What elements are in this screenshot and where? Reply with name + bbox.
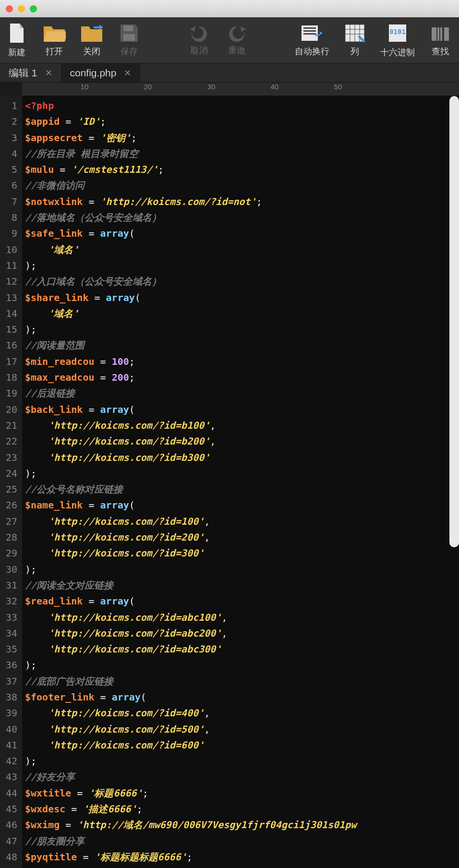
redo-label: 重做 <box>228 45 245 56</box>
line-num: 2 <box>0 114 17 130</box>
close-button[interactable]: 关闭 <box>80 24 104 57</box>
line-num: 9 <box>0 226 17 241</box>
line-num: 4 <box>0 146 17 162</box>
svg-rect-15 <box>437 27 439 41</box>
line-num: 39 <box>0 705 17 721</box>
undo-label: 取消 <box>191 45 208 56</box>
svg-rect-14 <box>432 27 436 41</box>
line-num: 40 <box>0 722 17 737</box>
line-num: 7 <box>0 194 17 210</box>
line-num: 12 <box>0 274 17 289</box>
tab-label: 编辑 1 <box>9 66 37 80</box>
tab-edit1[interactable]: 编辑 1 ✕ <box>0 63 61 82</box>
wrap-label: 自动换行 <box>295 46 329 57</box>
ruler-50: 50 <box>334 83 342 91</box>
line-num: 16 <box>0 338 17 353</box>
ruler-10: 10 <box>81 83 89 91</box>
line-num: 15 <box>0 322 17 338</box>
line-num: 42 <box>0 753 17 769</box>
undo-button: 取消 <box>187 24 211 56</box>
line-gutter: 1 2 3 4 5 6 7 8 9 10 11 12 13 14 15 16 1… <box>0 96 22 868</box>
minimize-window-icon[interactable] <box>18 5 25 12</box>
line-num: 33 <box>0 610 17 626</box>
line-num: 8 <box>0 210 17 226</box>
line-num: 46 <box>0 817 17 833</box>
svg-rect-16 <box>444 27 449 41</box>
line-num: 41 <box>0 737 17 753</box>
open-button[interactable]: 打开 <box>42 24 66 57</box>
close-label: 关闭 <box>83 46 100 57</box>
hex-button[interactable]: 0101 十六进制 <box>380 23 415 58</box>
line-num: 34 <box>0 626 17 641</box>
line-num: 19 <box>0 386 17 401</box>
save-button: 保存 <box>117 24 141 57</box>
tab-bar: 编辑 1 ✕ config.php ✕ <box>0 63 459 83</box>
line-num: 6 <box>0 178 17 193</box>
tab-label: config.php <box>70 67 117 79</box>
line-num: 11 <box>0 258 17 274</box>
line-num: 1 <box>0 98 17 114</box>
new-label: 新建 <box>8 47 25 58</box>
line-num: 37 <box>0 674 17 689</box>
tab-config[interactable]: config.php ✕ <box>61 63 141 82</box>
line-num: 3 <box>0 130 17 146</box>
line-num: 26 <box>0 497 17 513</box>
line-num: 29 <box>0 545 17 561</box>
ruler-20: 20 <box>144 83 152 91</box>
code-area[interactable]: <?php $appid = 'ID'; $appsecret = '密钥'; … <box>22 96 459 868</box>
ruler: 10 20 30 40 50 <box>22 83 459 96</box>
line-num: 45 <box>0 801 17 817</box>
line-num: 17 <box>0 354 17 370</box>
ruler-40: 40 <box>271 83 279 91</box>
line-num: 35 <box>0 641 17 657</box>
svg-rect-4 <box>303 30 316 32</box>
column-label: 列 <box>350 46 359 57</box>
wrap-button[interactable]: 自动换行 <box>295 24 329 57</box>
line-num: 47 <box>0 833 17 849</box>
svg-rect-5 <box>303 33 316 35</box>
vertical-scrollbar[interactable] <box>449 96 459 547</box>
line-num: 23 <box>0 450 17 466</box>
svg-rect-1 <box>123 34 135 41</box>
column-button[interactable]: 列 <box>343 24 367 57</box>
open-label: 打开 <box>46 46 63 57</box>
line-num: 14 <box>0 306 17 322</box>
line-num: 43 <box>0 769 17 785</box>
line-num: 25 <box>0 482 17 497</box>
line-num: 36 <box>0 657 17 673</box>
close-tab-icon[interactable]: ✕ <box>45 68 52 78</box>
line-num: 24 <box>0 466 17 482</box>
line-num: 44 <box>0 785 17 801</box>
svg-text:0101: 0101 <box>389 28 406 36</box>
line-num: 20 <box>0 402 17 418</box>
line-num: 22 <box>0 434 17 449</box>
ruler-30: 30 <box>207 83 216 91</box>
save-label: 保存 <box>121 46 138 57</box>
line-num: 10 <box>0 242 17 258</box>
line-num: 38 <box>0 689 17 705</box>
svg-rect-17 <box>440 27 442 41</box>
line-num: 30 <box>0 562 17 578</box>
close-tab-icon[interactable]: ✕ <box>124 68 131 78</box>
find-label: 查找 <box>432 46 449 57</box>
editor[interactable]: 1 2 3 4 5 6 7 8 9 10 11 12 13 14 15 16 1… <box>0 96 459 868</box>
line-num: 18 <box>0 370 17 386</box>
line-num: 28 <box>0 530 17 545</box>
svg-rect-3 <box>303 27 316 29</box>
line-num: 32 <box>0 593 17 609</box>
line-num: 13 <box>0 290 17 306</box>
line-num: 5 <box>0 162 17 178</box>
window-titlebar <box>0 0 459 17</box>
line-num: 21 <box>0 418 17 434</box>
redo-button: 重做 <box>225 24 249 56</box>
line-num: 31 <box>0 578 17 593</box>
find-button[interactable]: 查找 <box>428 24 452 57</box>
new-button[interactable]: 新建 <box>5 23 29 58</box>
close-window-icon[interactable] <box>6 5 13 12</box>
hex-label: 十六进制 <box>380 47 415 58</box>
toolbar: 新建 打开 关闭 保存 取消 重做 自动换行 列 0101 十六进制 查找 <box>0 17 459 63</box>
svg-rect-0 <box>123 25 133 31</box>
maximize-window-icon[interactable] <box>30 5 37 12</box>
line-num: 48 <box>0 849 17 865</box>
line-num: 27 <box>0 514 17 530</box>
